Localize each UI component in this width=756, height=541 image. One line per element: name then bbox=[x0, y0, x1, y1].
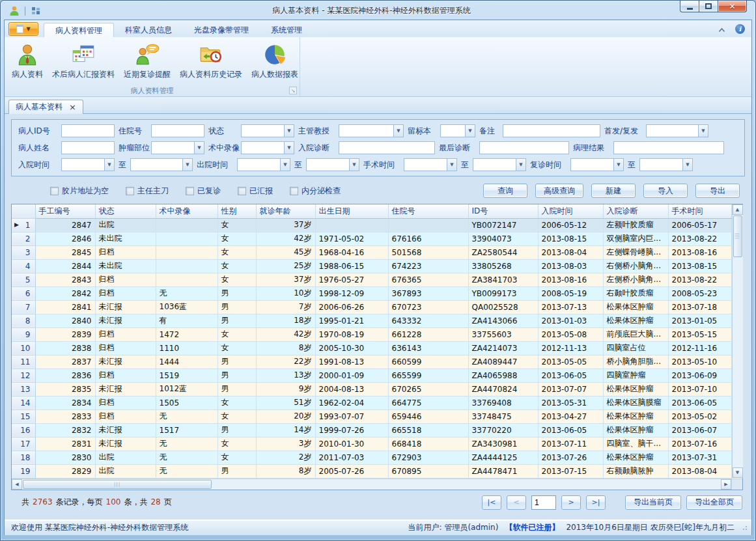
app-menu-button[interactable]: ▼ bbox=[8, 22, 38, 36]
dropdown-arrow-icon[interactable]: ▼ bbox=[698, 124, 708, 137]
ribbon-button-data-report[interactable]: 病人数据报表 bbox=[247, 40, 303, 81]
dropdown-arrow-icon[interactable]: ▼ bbox=[349, 158, 359, 171]
registered-link[interactable]: 【软件已注册】 bbox=[505, 522, 559, 533]
combo-value[interactable] bbox=[639, 158, 682, 171]
export-button[interactable]: 导出 bbox=[695, 184, 740, 198]
title-bar[interactable]: 病人基本资料 - 某某医院神经外科-神经外科数据管理系统 ✕ bbox=[4, 1, 752, 20]
import-button[interactable]: 导入 bbox=[643, 184, 688, 198]
table-row[interactable]: 192829出院无男8岁2005-07-26670895ZA4478471201… bbox=[12, 464, 731, 478]
ribbon-tab-system-management[interactable]: 系统管理 bbox=[260, 23, 313, 37]
tumor-site-combo[interactable]: ▼ bbox=[151, 141, 204, 154]
dropdown-arrow-icon[interactable]: ▼ bbox=[194, 141, 204, 154]
table-row[interactable]: 102838归档1110女8岁2005-10-30636143ZA4214073… bbox=[12, 341, 731, 355]
admit-date-from-combo[interactable]: ▼ bbox=[61, 158, 115, 171]
dropdown-arrow-icon[interactable]: ▼ bbox=[284, 141, 294, 154]
dropdown-arrow-icon[interactable]: ▼ bbox=[104, 158, 115, 171]
vertical-scroll-track[interactable] bbox=[733, 258, 743, 467]
surgery-date-to-combo[interactable]: ▼ bbox=[473, 158, 526, 171]
dropdown-arrow-icon[interactable]: ▼ bbox=[447, 158, 457, 171]
page-number-input[interactable] bbox=[531, 495, 556, 510]
combo-value[interactable] bbox=[646, 124, 698, 137]
export-all-pages-button[interactable]: 导出全部页 bbox=[686, 495, 742, 510]
first-page-button[interactable]: |< bbox=[482, 495, 501, 510]
dialog-launcher-icon[interactable]: ↘ bbox=[289, 87, 297, 94]
combo-value[interactable] bbox=[339, 124, 393, 137]
ribbon-button-history-records[interactable]: 病人资料历史记录 bbox=[175, 40, 247, 81]
scroll-up-icon[interactable]: ▲ bbox=[733, 204, 743, 215]
table-row[interactable]: 82840未汇报有男18岁1995-01-21643332ZA414306620… bbox=[12, 314, 731, 327]
discharge-date-to-combo[interactable]: ▼ bbox=[306, 158, 359, 171]
dropdown-arrow-icon[interactable]: ▼ bbox=[682, 158, 693, 171]
table-row[interactable]: 152833归档无女20岁1993-07-0765944633748475201… bbox=[12, 409, 731, 423]
checkbox-box[interactable] bbox=[238, 187, 246, 195]
scroll-right-icon[interactable]: ▶ bbox=[721, 479, 731, 490]
ribbon-tab-patient-data-management[interactable]: 病人资料管理 bbox=[44, 23, 114, 37]
status-combo[interactable]: ▼ bbox=[241, 124, 294, 137]
resize-grip-icon[interactable] bbox=[741, 523, 748, 533]
ribbon-button-postop-report[interactable]: 术后病人汇报资料 bbox=[48, 40, 119, 81]
table-row[interactable]: 32845归档女45岁1968-04-16501568ZA25805442013… bbox=[12, 245, 731, 259]
next-page-button[interactable]: > bbox=[561, 495, 581, 510]
column-header[interactable]: 入院时间 bbox=[538, 204, 603, 218]
app-icon[interactable] bbox=[8, 5, 21, 18]
last-page-button[interactable]: >| bbox=[586, 495, 606, 510]
info-icon[interactable]: i bbox=[735, 24, 745, 34]
final-diagnosis-field[interactable] bbox=[479, 141, 569, 154]
admit-date-to-combo[interactable]: ▼ bbox=[130, 158, 193, 171]
first-or-recur-combo[interactable]: ▼ bbox=[646, 124, 708, 137]
combo-value[interactable] bbox=[241, 141, 284, 154]
intraop-video-combo[interactable]: ▼ bbox=[241, 141, 294, 154]
patient-name-field[interactable] bbox=[61, 141, 115, 154]
admit-diagnosis-field[interactable] bbox=[339, 141, 435, 154]
surgery-date-from-combo[interactable]: ▼ bbox=[404, 158, 457, 171]
table-row[interactable]: 132835未汇报1012蓝男9岁2004-08-13670265ZA44708… bbox=[12, 382, 731, 396]
combo-value[interactable] bbox=[241, 124, 284, 137]
dropdown-arrow-icon[interactable]: ▼ bbox=[516, 158, 526, 171]
export-current-page-button[interactable]: 导出当前页 bbox=[625, 495, 681, 510]
column-header[interactable]: 出生日期 bbox=[315, 204, 388, 218]
vertical-scrollbar[interactable]: ▲ ||| ▼ bbox=[732, 204, 743, 478]
horizontal-scroll-thumb[interactable]: ||| bbox=[23, 480, 212, 489]
table-row[interactable]: 182830出院无女2岁2011-07-03672903ZA4444125201… bbox=[12, 451, 731, 464]
ribbon-tab-disc-video-management[interactable]: 光盘录像带管理 bbox=[183, 23, 260, 37]
dropdown-arrow-icon[interactable]: ▼ bbox=[280, 158, 290, 171]
ribbon-button-revisit-reminder[interactable]: 近期复诊提醒 bbox=[119, 40, 175, 81]
reported-checkbox[interactable]: 已汇报 bbox=[238, 186, 273, 197]
horizontal-scrollbar[interactable]: ◀ ||| ▶ bbox=[12, 479, 731, 490]
table-row[interactable]: 42844未出院女25岁1988-06-15674223338052682013… bbox=[12, 259, 731, 273]
combo-value[interactable] bbox=[473, 158, 516, 171]
table-row[interactable]: 162832未汇报1517男14岁1999-07-266655183377022… bbox=[12, 423, 731, 437]
table-row[interactable]: 112837未汇报1444男22岁1991-08-13660599ZA40894… bbox=[12, 355, 731, 368]
column-header[interactable]: ID号 bbox=[468, 204, 538, 218]
table-row[interactable]: 172831未汇报无女3岁2010-01-30668418ZA343098120… bbox=[12, 437, 731, 451]
dropdown-arrow-icon[interactable]: ▼ bbox=[465, 124, 475, 137]
vertical-scroll-thumb[interactable]: ||| bbox=[733, 215, 742, 257]
dropdown-arrow-icon[interactable]: ▼ bbox=[393, 124, 404, 137]
pathology-result-field[interactable] bbox=[613, 141, 724, 154]
column-header[interactable]: 手术时间 bbox=[668, 204, 731, 218]
dropdown-arrow-icon[interactable]: ▼ bbox=[182, 158, 193, 171]
column-header[interactable]: 就诊年龄 bbox=[256, 204, 315, 218]
checkbox-box[interactable] bbox=[50, 187, 59, 195]
revisit-date-from-combo[interactable]: ▼ bbox=[570, 158, 624, 171]
endocrine-exam-checkbox[interactable]: 内分泌检查 bbox=[290, 186, 341, 197]
scroll-down-icon[interactable]: ▼ bbox=[733, 467, 743, 478]
horizontal-scroll-track[interactable] bbox=[212, 479, 721, 490]
admission-no-field[interactable] bbox=[151, 124, 204, 137]
discharge-date-from-combo[interactable]: ▼ bbox=[237, 158, 290, 171]
combo-value[interactable] bbox=[130, 158, 182, 171]
revisited-checkbox[interactable]: 已复诊 bbox=[186, 186, 221, 197]
column-header[interactable]: 住院号 bbox=[388, 204, 468, 218]
professor-combo[interactable]: ▼ bbox=[339, 124, 404, 137]
collapse-ribbon-icon[interactable] bbox=[718, 23, 726, 35]
column-header[interactable]: 状态 bbox=[95, 204, 156, 218]
ribbon-tab-staff-info[interactable]: 科室人员信息 bbox=[114, 23, 183, 37]
combo-value[interactable] bbox=[440, 124, 465, 137]
table-row[interactable]: 142834归档1505女51岁1962-02-0466477533769408… bbox=[12, 396, 731, 409]
table-row[interactable]: 52843归档女37岁1976-05-27676365ZA38417032013… bbox=[12, 273, 731, 286]
checkbox-box[interactable] bbox=[126, 187, 134, 195]
table-row[interactable]: 122836归档1519男13岁2000-01-09665599ZA406598… bbox=[12, 368, 731, 382]
film-address-empty-checkbox[interactable]: 胶片地址为空 bbox=[50, 186, 109, 197]
table-row[interactable]: 62842归档无男10岁1998-12-09367893YB0099173200… bbox=[12, 286, 731, 300]
column-header[interactable]: 手工编号 bbox=[35, 204, 95, 218]
